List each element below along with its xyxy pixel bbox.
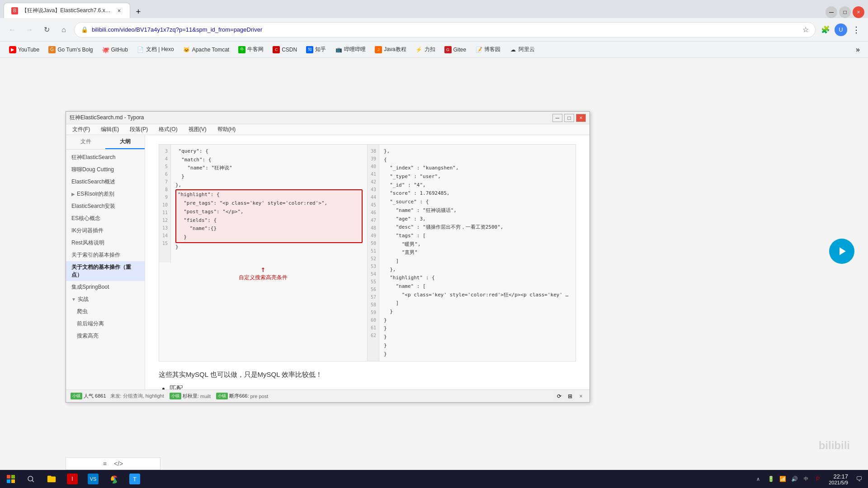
extensions-icon[interactable]: 🧩 bbox=[819, 23, 832, 36]
bookmark-hexo-label: 文档 | Hexo bbox=[146, 46, 174, 53]
outline-item-0[interactable]: 狂神ElasticSearch bbox=[66, 151, 145, 164]
typora-title: 狂神ElasticSearch.md - Typora bbox=[70, 114, 552, 122]
zhihu-icon: 知 bbox=[306, 46, 313, 53]
system-tray: 🔋 📶 🔊 中 P bbox=[765, 474, 823, 484]
line-numbers-right: 3839404142434445464748495051525354555657… bbox=[368, 145, 379, 361]
taskbar-app-vs[interactable]: VS bbox=[83, 470, 103, 488]
bookmark-star-icon[interactable]: ☆ bbox=[802, 25, 809, 34]
bookmark-liqian[interactable]: ⚡ 力扣 bbox=[412, 44, 439, 55]
editor-bottom-toolbar: ≡ </> bbox=[66, 457, 160, 470]
youtube-icon: ▶ bbox=[9, 46, 16, 53]
outline-item-3[interactable]: ▶ES和solr的差别 bbox=[66, 188, 145, 200]
refresh-button[interactable]: ↻ bbox=[40, 23, 53, 37]
outline-item-13[interactable]: 前后端分离 bbox=[66, 318, 145, 330]
menu-paragraph[interactable]: 段落(P) bbox=[127, 125, 151, 134]
tab-close-button[interactable]: × bbox=[116, 7, 123, 14]
code-view-icon[interactable]: </> bbox=[114, 460, 123, 467]
taskbar-app-explorer[interactable] bbox=[42, 470, 61, 488]
bookmark-zhihu[interactable]: 知 知乎 bbox=[302, 44, 330, 55]
settings-icon[interactable]: ⋮ bbox=[850, 23, 863, 36]
bilibili-float-button[interactable] bbox=[829, 239, 854, 264]
bottom-action-close[interactable]: × bbox=[577, 392, 585, 400]
menu-file[interactable]: 文件(F) bbox=[70, 125, 93, 134]
search-icon bbox=[27, 475, 35, 483]
bookmark-aliyun[interactable]: ☁ 阿里云 bbox=[506, 44, 538, 55]
bottom-action-1[interactable]: ⟳ bbox=[555, 392, 563, 400]
taskbar-app-chrome[interactable] bbox=[104, 470, 124, 488]
bookmark-youtube[interactable]: ▶ YouTube bbox=[5, 44, 43, 55]
comment-user: 人气 6861 bbox=[84, 393, 106, 399]
window-controls: ─ □ × bbox=[826, 6, 864, 18]
code-line: "name" : [ bbox=[384, 282, 571, 291]
outline-item-7[interactable]: Rest风格说明 bbox=[66, 237, 145, 249]
back-button[interactable]: ← bbox=[5, 23, 19, 37]
outline-item-4[interactable]: ElasticSearch安装 bbox=[66, 200, 145, 212]
bookmark-blog[interactable]: 📝 博客园 bbox=[472, 44, 504, 55]
outline-item-6[interactable]: IK分词器插件 bbox=[66, 225, 145, 237]
typora-restore-button[interactable]: □ bbox=[564, 114, 574, 122]
bookmarks-bar: ▶ YouTube G Go Tum's Bolg 🐙 GitHub 📄 文档 … bbox=[0, 42, 868, 58]
outline-item-10[interactable]: 集成SpringBoot bbox=[66, 281, 145, 293]
code-line: } bbox=[384, 316, 571, 325]
code-line: "_type" : "user", bbox=[384, 173, 571, 181]
more-bookmarks-button[interactable]: » bbox=[853, 45, 863, 55]
system-clock[interactable]: 22:17 2021/5/9 bbox=[825, 473, 852, 485]
bookmark-hexo[interactable]: 📄 文档 | Hexo bbox=[133, 44, 178, 55]
bookmark-java-edu[interactable]: J Java教程 bbox=[371, 44, 410, 55]
menu-help[interactable]: 帮助(H) bbox=[215, 125, 239, 134]
taskbar-app-typora[interactable]: T bbox=[125, 470, 145, 488]
svg-line-5 bbox=[32, 480, 34, 482]
active-tab[interactable]: B 【狂神说Java】ElasticSearch7.6.x最新完整教程通俗易懂 … bbox=[4, 3, 130, 18]
outline-item-2[interactable]: ElasticSearch概述 bbox=[66, 176, 145, 188]
typora-main-content[interactable]: 3456789101112131415 "query": { "match": … bbox=[145, 135, 590, 389]
profile-icon[interactable]: U bbox=[835, 23, 847, 36]
new-tab-button[interactable]: + bbox=[132, 5, 145, 18]
code-line: } bbox=[384, 324, 571, 333]
address-bar: ← → ↻ ⌂ 🔒 bilibili.com/video/BV17a4y1x7z… bbox=[0, 18, 868, 42]
bookmark-gotum[interactable]: G Go Tum's Bolg bbox=[45, 44, 96, 55]
code-block-pair: 3456789101112131415 "query": { "match": … bbox=[159, 144, 576, 361]
code-line: } bbox=[384, 308, 571, 316]
url-bar[interactable]: 🔒 bilibili.com/video/BV17a4y1x7zq?p=11&s… bbox=[74, 22, 816, 38]
bookmark-niuke[interactable]: 牛 牛客网 bbox=[235, 44, 267, 55]
typora-close-button[interactable]: × bbox=[576, 114, 586, 122]
outline-item-14[interactable]: 搜索高亮 bbox=[66, 330, 145, 342]
bookmark-bilibili[interactable]: 📺 哔哩哔哩 bbox=[331, 44, 369, 55]
minimize-button[interactable]: ─ bbox=[826, 6, 837, 18]
bookmark-github[interactable]: 🐙 GitHub bbox=[98, 44, 131, 55]
url-text: bilibili.com/video/BV17a4y1x7zq?p=11&spm… bbox=[92, 26, 799, 33]
bookmark-gitee[interactable]: G Gitee bbox=[441, 44, 470, 55]
outline-item-8[interactable]: 关于索引的基本操作 bbox=[66, 249, 145, 261]
outline-item-5[interactable]: ES核心概念 bbox=[66, 212, 145, 225]
start-button[interactable] bbox=[0, 470, 22, 488]
home-button[interactable]: ⌂ bbox=[57, 23, 71, 37]
notification-icon[interactable]: 🗨 bbox=[854, 474, 864, 484]
bookmark-apache-tomcat[interactable]: 🐱 Apache Tomcat bbox=[179, 44, 233, 55]
menu-edit[interactable]: 编辑(E) bbox=[98, 125, 122, 134]
code-line: } bbox=[384, 333, 571, 342]
typora-sidebar: 文件 大纲 狂神ElasticSearch 聊聊Doug Cutting Ela… bbox=[66, 135, 145, 389]
menu-view[interactable]: 视图(V) bbox=[186, 125, 209, 134]
forward-button[interactable]: → bbox=[23, 23, 36, 37]
paragraph-icon[interactable]: ≡ bbox=[103, 460, 107, 467]
menu-format[interactable]: 格式(O) bbox=[156, 125, 180, 134]
intro-text: 这些其实MySQL 也可以做，只是MySQL 效率比较低！ bbox=[159, 371, 576, 379]
bookmark-csdn-label: CSDN bbox=[282, 47, 297, 53]
arrow-annotation-area: ↑ 自定义搜索高亮条件 bbox=[159, 263, 367, 283]
maximize-button[interactable]: □ bbox=[839, 6, 851, 18]
sidebar-tab-files[interactable]: 文件 bbox=[66, 135, 105, 149]
taskbar-app-2[interactable]: I bbox=[62, 470, 82, 488]
close-button[interactable]: × bbox=[853, 6, 864, 18]
taskbar-search-button[interactable] bbox=[22, 470, 40, 488]
outline-item-12[interactable]: 爬虫 bbox=[66, 305, 145, 318]
svg-rect-1 bbox=[11, 475, 15, 479]
code-line: ] bbox=[384, 299, 571, 308]
bookmark-csdn[interactable]: C CSDN bbox=[269, 44, 301, 55]
sidebar-tab-outline[interactable]: 大纲 bbox=[105, 135, 145, 149]
bookmark-liqian-label: 力扣 bbox=[425, 46, 435, 53]
bottom-action-2[interactable]: ⊞ bbox=[566, 392, 574, 400]
outline-item-11[interactable]: ▼实战 bbox=[66, 293, 145, 305]
typora-minimize-button[interactable]: ─ bbox=[552, 114, 562, 122]
outline-item-1[interactable]: 聊聊Doug Cutting bbox=[66, 164, 145, 176]
outline-item-9[interactable]: 关于文档的基本操作（重点） bbox=[66, 261, 145, 281]
